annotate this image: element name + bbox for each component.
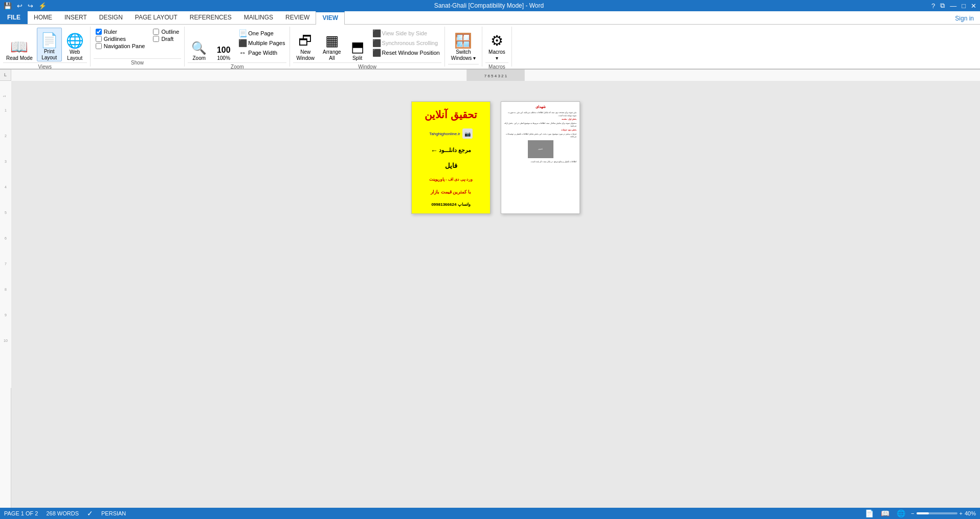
split-btn[interactable]: ⬒ Split bbox=[346, 28, 369, 61]
zoom-percent: 40% bbox=[965, 510, 976, 516]
language: PERSIAN bbox=[101, 510, 126, 516]
close-btn[interactable]: ✕ bbox=[969, 2, 978, 10]
macros-icon: ⚙ bbox=[491, 34, 503, 48]
outline-check[interactable]: Outline bbox=[153, 29, 179, 35]
qat-undo[interactable]: ↩ bbox=[15, 2, 24, 10]
ruler-area: L 7 6 5 4 3 2 1 bbox=[0, 70, 980, 81]
read-mode-view-btn[interactable]: 📖 bbox=[879, 509, 891, 517]
restore-btn[interactable]: ⧉ bbox=[939, 2, 946, 10]
draft-check[interactable]: Draft bbox=[153, 36, 179, 42]
zoom-label: Zoom bbox=[193, 55, 206, 61]
web-layout-btn[interactable]: 🌐 WebLayout bbox=[63, 28, 87, 61]
zoom-small-btns: 📃 One Page ⬛ Multiple Pages ↔ Page Width bbox=[237, 28, 286, 58]
read-mode-btn[interactable]: 📖 Read Mode bbox=[3, 28, 36, 61]
svg-text:1: 1 bbox=[3, 95, 6, 97]
page2-image: تصویر bbox=[528, 140, 553, 158]
switch-windows-icon: 🪟 bbox=[454, 34, 472, 48]
page1-phone: واتساپ 09981366624 bbox=[431, 202, 470, 207]
zoom-bar[interactable] bbox=[917, 512, 957, 514]
maximize-btn[interactable]: □ bbox=[960, 2, 967, 10]
svg-text:9: 9 bbox=[5, 313, 7, 317]
navigation-pane-check[interactable]: Navigation Pane bbox=[96, 43, 145, 49]
qat-custom[interactable]: ⚡ bbox=[37, 2, 48, 10]
tab-insert[interactable]: INSERT bbox=[58, 11, 93, 24]
web-layout-label: WebLayout bbox=[67, 49, 82, 61]
tab-page-layout[interactable]: PAGE LAYOUT bbox=[129, 11, 184, 24]
page1-line3: ورد-پی دی اف - پاورپوینت bbox=[429, 177, 473, 182]
zoom-plus[interactable]: + bbox=[960, 510, 963, 516]
minimize-btn[interactable]: — bbox=[948, 2, 958, 10]
page1-line2: فایل bbox=[445, 162, 457, 169]
help-btn[interactable]: ? bbox=[930, 2, 937, 10]
split-icon: ⬒ bbox=[351, 40, 364, 54]
gridlines-check[interactable]: Gridlines bbox=[96, 36, 145, 42]
proofing-icon[interactable]: ✓ bbox=[87, 509, 93, 517]
qat-save[interactable]: 💾 bbox=[2, 2, 13, 10]
arrange-all-label: ArrangeAll bbox=[323, 49, 341, 61]
one-page-btn[interactable]: 📃 One Page bbox=[237, 29, 286, 38]
synchronous-scrolling-icon: ⬛ bbox=[372, 39, 381, 47]
tab-review[interactable]: REVIEW bbox=[279, 11, 316, 24]
web-layout-icon: 🌐 bbox=[66, 34, 84, 48]
vertical-ruler: 1 1 2 3 4 5 6 7 8 9 10 bbox=[0, 81, 11, 508]
ruler-check[interactable]: Ruler bbox=[96, 29, 145, 35]
tab-view[interactable]: VIEW bbox=[316, 11, 345, 25]
zoom-100-label: 100% bbox=[217, 55, 231, 61]
ruler-checkbox[interactable] bbox=[96, 29, 102, 35]
view-side-by-side-btn[interactable]: ⬛ View Side by Side bbox=[371, 29, 441, 38]
signin-link[interactable]: Sign in bbox=[949, 13, 980, 24]
new-window-label: NewWindow bbox=[296, 49, 315, 61]
qat-redo[interactable]: ↪ bbox=[26, 2, 35, 10]
svg-text:2: 2 bbox=[5, 134, 7, 138]
document-area: تحقیق آنلاین Tahghighonline.ir 📷 ← مرجع … bbox=[11, 81, 980, 508]
navigation-pane-checkbox[interactable] bbox=[96, 43, 102, 49]
multiple-pages-btn[interactable]: ⬛ Multiple Pages bbox=[237, 38, 286, 48]
print-layout-icon: 📄 bbox=[40, 33, 58, 48]
word-count: 268 WORDS bbox=[46, 510, 79, 516]
gridlines-checkbox[interactable] bbox=[96, 36, 102, 42]
svg-text:10: 10 bbox=[4, 339, 8, 342]
views-group: 📖 Read Mode 📄 PrintLayout 🌐 WebLayout Vi… bbox=[0, 27, 91, 67]
zoom-btn[interactable]: 🔍 Zoom bbox=[188, 28, 210, 61]
svg-text:7 6 5 4 3 2 1: 7 6 5 4 3 2 1 bbox=[484, 74, 507, 78]
tab-home[interactable]: HOME bbox=[28, 11, 58, 24]
tab-file[interactable]: FILE bbox=[0, 11, 28, 24]
web-view-btn[interactable]: 🌐 bbox=[895, 509, 907, 517]
page-2: شهدای متن نمونه برای صفحه دوم سند که شام… bbox=[501, 101, 580, 214]
page-width-icon: ↔ bbox=[238, 49, 247, 57]
show-checkboxes-right: Outline Draft bbox=[151, 28, 181, 43]
zoom-slider[interactable]: − + 40% bbox=[911, 510, 976, 516]
print-layout-view-btn[interactable]: 📄 bbox=[863, 509, 875, 517]
outline-checkbox[interactable] bbox=[153, 29, 159, 35]
zoom-minus[interactable]: − bbox=[911, 510, 914, 516]
page-info: PAGE 1 OF 2 bbox=[4, 510, 38, 516]
show-checkboxes-left: Ruler Gridlines Navigation Pane bbox=[94, 28, 147, 50]
arrange-all-icon: ▦ bbox=[325, 34, 339, 48]
window-group: 🗗 NewWindow ▦ ArrangeAll ⬒ Split ⬛ View … bbox=[290, 27, 444, 67]
tab-references[interactable]: REFERENCES bbox=[184, 11, 238, 24]
ribbon-tabs: FILE HOME INSERT DESIGN PAGE LAYOUT REFE… bbox=[0, 11, 980, 25]
print-layout-btn[interactable]: 📄 PrintLayout bbox=[37, 28, 62, 61]
macros-btn[interactable]: ⚙ Macros▾ bbox=[485, 28, 508, 61]
split-label: Split bbox=[352, 55, 362, 61]
one-page-icon: 📃 bbox=[238, 29, 247, 37]
zoom-100-btn[interactable]: 100 100% bbox=[212, 28, 235, 61]
arrange-all-btn[interactable]: ▦ ArrangeAll bbox=[320, 28, 344, 61]
view-side-by-side-icon: ⬛ bbox=[372, 29, 381, 37]
tab-mailings[interactable]: MAILINGS bbox=[238, 11, 279, 24]
tab-design[interactable]: DESIGN bbox=[93, 11, 129, 24]
reset-window-position-btn[interactable]: ⬛ Reset Window Position bbox=[371, 48, 441, 57]
svg-text:4: 4 bbox=[5, 185, 7, 189]
switch-windows-btn[interactable]: 🪟 SwitchWindows ▾ bbox=[448, 28, 479, 61]
page1-logo: 📷 bbox=[462, 128, 473, 139]
synchronous-scrolling-btn[interactable]: ⬛ Synchronous Scrolling bbox=[371, 38, 441, 48]
svg-text:3: 3 bbox=[5, 160, 7, 163]
page-width-btn[interactable]: ↔ Page Width bbox=[237, 48, 286, 57]
svg-text:6: 6 bbox=[5, 236, 7, 240]
show-group: Ruler Gridlines Navigation Pane Outline bbox=[91, 27, 185, 67]
new-window-btn[interactable]: 🗗 NewWindow bbox=[293, 28, 318, 61]
ruler-corner: L bbox=[0, 70, 11, 81]
page2-body: متن نمونه برای صفحه دوم سند که شامل اطلا… bbox=[504, 111, 576, 163]
draft-checkbox[interactable] bbox=[153, 36, 159, 42]
page1-title: تحقیق آنلاین bbox=[425, 109, 477, 121]
